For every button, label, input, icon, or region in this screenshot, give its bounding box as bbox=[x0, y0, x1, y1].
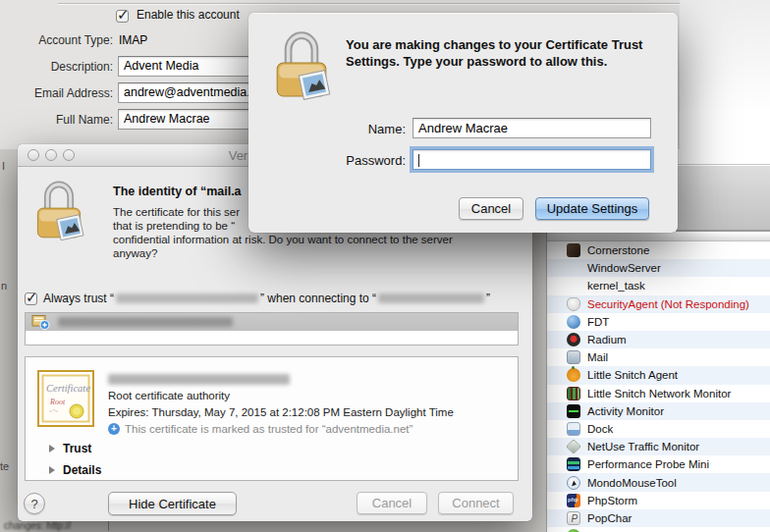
process-row[interactable]: Activity Monitor bbox=[547, 402, 770, 420]
always-trust-text: Always trust “ bbox=[43, 292, 114, 305]
verify-message-line: confidential information at risk. Do you… bbox=[113, 233, 453, 246]
background-text-fragment: n bbox=[1, 280, 7, 292]
mouse-app-icon bbox=[567, 476, 580, 490]
process-row[interactable]: MondoMouseTool bbox=[547, 473, 770, 491]
redacted-hostname bbox=[116, 293, 258, 303]
enable-account-checkbox[interactable] bbox=[116, 10, 129, 23]
certificate-trusted-note: + This certificate is marked as trusted … bbox=[108, 423, 412, 435]
process-row[interactable]: PopChar bbox=[547, 509, 770, 527]
process-row[interactable]: Dock bbox=[547, 420, 770, 438]
process-name: FDT bbox=[587, 316, 609, 328]
certificate-item-icon bbox=[31, 314, 50, 330]
chart-app-icon bbox=[567, 387, 580, 400]
cornerstone-app-icon bbox=[567, 243, 580, 257]
certificate-expiry: Expires: Thursday, May 7, 2015 at 2:12:0… bbox=[108, 406, 454, 418]
phpstorm-app-icon bbox=[567, 494, 580, 507]
activity-app-icon bbox=[567, 404, 580, 418]
certificate-kind: Root certificate authority bbox=[108, 390, 230, 401]
process-name: kernel_task bbox=[587, 280, 645, 292]
process-name: NetUse Traffic Monitor bbox=[587, 441, 699, 452]
probe-app-icon bbox=[567, 457, 580, 471]
process-row[interactable]: WindowServer bbox=[547, 259, 770, 277]
background-text-fragment: te bbox=[0, 460, 9, 472]
process-name: Cornerstone bbox=[587, 244, 649, 256]
certificate-details-panel: Certificate Root ~''~ Root certificate a… bbox=[25, 356, 519, 481]
password-field[interactable] bbox=[412, 149, 651, 170]
process-name: Little Snitch Agent bbox=[587, 369, 678, 381]
process-name: PhpStorm bbox=[587, 495, 637, 506]
verify-message-line: anyway? bbox=[113, 246, 453, 260]
always-trust-row: Always trust “ ” when connecting to “ ” bbox=[25, 292, 490, 305]
process-name: Mail bbox=[587, 351, 608, 363]
certificate-document-icon: Certificate Root ~''~ bbox=[37, 370, 94, 427]
process-row[interactable]: Little Snitch Network Monitor bbox=[547, 385, 770, 402]
certificate-lock-icon bbox=[32, 178, 85, 240]
process-row[interactable]: Little Snitch Agent bbox=[547, 366, 770, 384]
trusted-plus-icon: + bbox=[108, 423, 120, 435]
process-row[interactable]: Cornerstone bbox=[547, 241, 770, 259]
always-trust-checkbox[interactable] bbox=[25, 293, 37, 305]
process-list: CornerstoneWindowServerkernel_taskSecuri… bbox=[547, 241, 770, 532]
certificate-list-selected-row[interactable] bbox=[26, 313, 518, 331]
trust-disclosure[interactable]: Trust bbox=[49, 442, 91, 455]
cancel-button[interactable]: Cancel bbox=[357, 492, 427, 514]
redacted-certificate-name bbox=[58, 317, 233, 327]
name-label: Name: bbox=[332, 122, 406, 136]
password-label: Password: bbox=[332, 153, 406, 168]
account-type-label: Account Type: bbox=[0, 33, 113, 47]
process-row[interactable]: NetUse Traffic Monitor bbox=[547, 438, 770, 455]
update-settings-button[interactable]: Update Settings bbox=[535, 197, 649, 220]
always-trust-text: ” when connecting to “ bbox=[260, 292, 376, 305]
trusted-note-text: This certificate is marked as trusted fo… bbox=[125, 423, 412, 435]
help-button[interactable]: ? bbox=[24, 493, 45, 514]
hide-certificate-button[interactable]: Hide Certificate bbox=[108, 492, 237, 515]
process-row[interactable]: Performance Probe Mini bbox=[547, 455, 770, 473]
enable-account-label: Enable this account bbox=[137, 8, 240, 22]
background-text-fragment: changes: http:// bbox=[4, 520, 71, 531]
process-name: Dock bbox=[587, 423, 613, 435]
certificate-trust-auth-dialog: You are making changes to your Certifica… bbox=[248, 13, 678, 233]
disclosure-triangle-icon bbox=[49, 445, 55, 452]
process-row[interactable]: SecurityAgent (Not Responding) bbox=[547, 295, 770, 313]
background-text-fragment: I bbox=[2, 160, 5, 172]
popchar-app-icon bbox=[567, 511, 580, 525]
text-caret bbox=[418, 154, 419, 167]
radium-app-icon bbox=[567, 333, 580, 346]
mail-app-icon bbox=[567, 350, 580, 364]
cancel-button[interactable]: Cancel bbox=[459, 197, 523, 220]
name-field[interactable]: Andrew Macrae bbox=[412, 118, 651, 138]
snitch-app-icon bbox=[567, 368, 580, 382]
svg-text:~''~: ~''~ bbox=[49, 408, 59, 414]
process-table-header bbox=[547, 234, 770, 241]
process-name: WindowServer bbox=[587, 262, 661, 274]
auth-message: You are making changes to your Certifica… bbox=[346, 36, 662, 70]
full-name-label: Full Name: bbox=[0, 113, 113, 127]
verify-heading: The identity of “mail.a bbox=[113, 185, 242, 198]
section-divider bbox=[58, 3, 680, 4]
email-address-label: Email Address: bbox=[0, 86, 113, 100]
process-name: PopChar bbox=[587, 512, 632, 524]
certificate-list[interactable] bbox=[25, 312, 519, 346]
process-row[interactable]: Mail bbox=[547, 348, 770, 366]
process-name: Activity Monitor bbox=[587, 405, 664, 417]
details-disclosure-label: Details bbox=[63, 463, 101, 477]
description-label: Description: bbox=[0, 60, 113, 74]
process-name: Performance Probe Mini bbox=[587, 458, 709, 470]
svg-text:Certificate: Certificate bbox=[46, 383, 90, 394]
globe-app-icon bbox=[567, 315, 580, 329]
process-name: MondoMouseTool bbox=[587, 477, 677, 489]
details-disclosure[interactable]: Details bbox=[49, 463, 101, 477]
process-name: Little Snitch Network Monitor bbox=[587, 388, 731, 399]
dock-app-icon bbox=[567, 422, 580, 436]
process-row[interactable]: Radium bbox=[547, 331, 770, 348]
connect-button[interactable]: Connect bbox=[438, 492, 514, 514]
always-trust-text: ” bbox=[486, 292, 490, 305]
process-row[interactable]: SuperSync bbox=[547, 527, 770, 532]
redacted-certificate-name bbox=[108, 374, 290, 385]
process-name: SecurityAgent (Not Responding) bbox=[587, 298, 749, 310]
account-type-value: IMAP bbox=[119, 33, 147, 47]
process-row[interactable]: PhpStorm bbox=[547, 492, 770, 509]
process-row[interactable]: kernel_task bbox=[547, 277, 770, 294]
svg-text:Root: Root bbox=[49, 398, 66, 406]
process-row[interactable]: FDT bbox=[547, 313, 770, 331]
